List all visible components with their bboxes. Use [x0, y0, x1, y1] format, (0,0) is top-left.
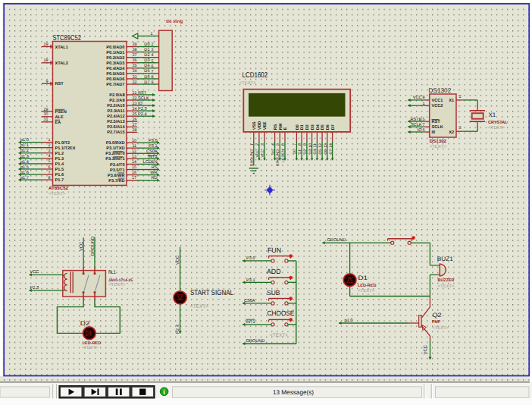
svg-text:31: 31: [44, 118, 49, 122]
svg-text:LED-RED: LED-RED: [83, 341, 102, 346]
svg-text:X1: X1: [449, 99, 454, 103]
svg-text:P3.0/RXD: P3.0/RXD: [106, 140, 125, 146]
svg-text:XTAL1: XTAL1: [55, 46, 68, 50]
svg-text:AT89C52: AT89C52: [49, 186, 69, 191]
svg-text:24: 24: [133, 107, 137, 111]
svg-text:i: i: [163, 388, 165, 396]
svg-text:<TEXT>: <TEXT>: [488, 125, 505, 130]
svg-text:RST: RST: [432, 120, 441, 124]
svg-text:7: 7: [49, 171, 51, 175]
svg-text:SUB: SUB: [267, 289, 280, 297]
svg-text:38: 38: [133, 48, 137, 52]
svg-text:RS: RS: [152, 165, 158, 170]
svg-text:14: 14: [132, 160, 136, 165]
svg-text:P3.5/T1: P3.5/T1: [110, 168, 125, 173]
svg-text:ADD: ADD: [267, 268, 281, 275]
svg-text:X1: X1: [489, 111, 496, 118]
svg-text:34: 34: [133, 69, 137, 74]
svg-text:VCC1: VCC1: [432, 99, 443, 103]
svg-text:DS1302: DS1302: [429, 86, 452, 94]
svg-text:D6: D6: [326, 124, 330, 130]
svg-text:VCC: VCC: [255, 149, 260, 158]
svg-text:D7: D7: [329, 149, 333, 155]
svg-text:VDD: VDD: [258, 121, 262, 130]
svg-text:15: 15: [132, 165, 136, 170]
svg-text:D1: D1: [298, 149, 302, 155]
svg-text:P0.7/AD7: P0.7/AD7: [106, 82, 124, 87]
svg-text:P3.0: P3.0: [149, 139, 158, 143]
svg-text:XTAL2: XTAL2: [55, 61, 68, 66]
svg-text:CS0A: CS0A: [244, 299, 255, 303]
svg-text:D2: D2: [80, 320, 90, 327]
svg-text:RS: RS: [274, 124, 278, 130]
svg-text:21: 21: [133, 91, 137, 96]
svg-text:P0.0/AD0: P0.0/AD0: [106, 45, 124, 50]
svg-text:10: 10: [132, 139, 136, 143]
svg-text:12: 12: [132, 149, 136, 154]
svg-text:<TEXT>: <TEXT>: [49, 191, 66, 196]
svg-text:RD: RD: [151, 176, 157, 181]
svg-text:VCC: VCC: [175, 256, 180, 265]
svg-text:CRYSTAL: CRYSTAL: [488, 121, 508, 125]
svg-text:CHOOSE: CHOOSE: [268, 309, 295, 317]
svg-text:36: 36: [133, 58, 137, 63]
svg-text:P0.5/AD5: P0.5/AD5: [106, 71, 124, 77]
svg-text:I0: I0: [432, 130, 436, 135]
svg-text:IO: IO: [138, 102, 143, 106]
svg-text:VCC: VCC: [261, 149, 265, 158]
svg-text:29: 29: [44, 108, 49, 112]
svg-text:P3.4/T0: P3.4/T0: [110, 162, 125, 168]
svg-text:8: 8: [49, 176, 51, 181]
svg-text:X2: X2: [449, 130, 454, 135]
svg-text:RST: RST: [55, 82, 64, 86]
svg-text:BUZ1: BUZ1: [437, 256, 454, 262]
svg-text:VCC: VCC: [423, 345, 428, 354]
svg-text:FUN: FUN: [268, 246, 281, 254]
svg-text:27: 27: [133, 123, 137, 127]
svg-text:17: 17: [132, 176, 136, 181]
svg-text:39: 39: [133, 42, 137, 47]
svg-text:<TEXT>: <TEXT>: [190, 304, 208, 309]
svg-text:P2.5/A13: P2.5/A13: [107, 119, 124, 124]
svg-text:VCC2: VCC2: [432, 104, 443, 108]
svg-text:<TEXT>: <TEXT>: [358, 288, 375, 294]
svg-text:P2.4: P2.4: [175, 324, 180, 334]
svg-text:D6: D6: [324, 149, 328, 155]
svg-text:19: 19: [44, 42, 49, 47]
svg-text:P3.0: P3.0: [246, 256, 255, 261]
svg-text:SCLK: SCLK: [432, 125, 443, 130]
svg-text:P1.2: P1.2: [55, 152, 64, 156]
svg-text:P0.1/AD1: P0.1/AD1: [106, 50, 124, 55]
svg-text:6: 6: [49, 165, 51, 170]
svg-text:D3: D3: [144, 58, 149, 63]
svg-text:VEE: VEE: [263, 121, 268, 130]
svg-text:VCC: VCC: [413, 96, 422, 100]
svg-text:<TEXT>: <TEXT>: [82, 345, 99, 350]
svg-text:P1.7: P1.7: [55, 178, 64, 183]
svg-text:33: 33: [133, 75, 137, 80]
svg-text:8: 8: [152, 75, 154, 80]
svg-text:9: 9: [46, 80, 49, 84]
svg-text:RSTB: RSTB: [411, 118, 422, 122]
svg-text:18: 18: [44, 58, 49, 63]
svg-text:<TEXT>: <TEXT>: [438, 284, 455, 289]
svg-text:RST: RST: [138, 91, 147, 96]
svg-text:p1.5: p1.5: [20, 165, 29, 170]
svg-text:RW: RW: [279, 122, 283, 130]
svg-text:P1.4: P1.4: [55, 162, 64, 167]
svg-text:P3.3/INT1: P3.3/INT1: [105, 156, 124, 162]
svg-text:SCLK: SCLK: [138, 96, 149, 101]
svg-text:13: 13: [132, 155, 136, 159]
svg-text:P2.2/A10: P2.2/A10: [107, 103, 124, 108]
svg-text:D5: D5: [144, 69, 149, 74]
svg-text:7: 7: [152, 70, 154, 74]
svg-text:SCLK: SCLK: [411, 123, 422, 127]
svg-text:37: 37: [133, 53, 137, 58]
svg-text:INT1: INT1: [246, 320, 255, 325]
svg-text:P0.3/AD3: P0.3/AD3: [106, 61, 124, 66]
svg-text:p1.4: p1.4: [20, 160, 29, 165]
svg-text:p1.0: p1.0: [20, 138, 29, 143]
svg-text:LCDEN: LCDEN: [143, 160, 158, 165]
svg-text:GROUND: GROUND: [246, 339, 264, 344]
svg-text:5: 5: [49, 159, 51, 164]
